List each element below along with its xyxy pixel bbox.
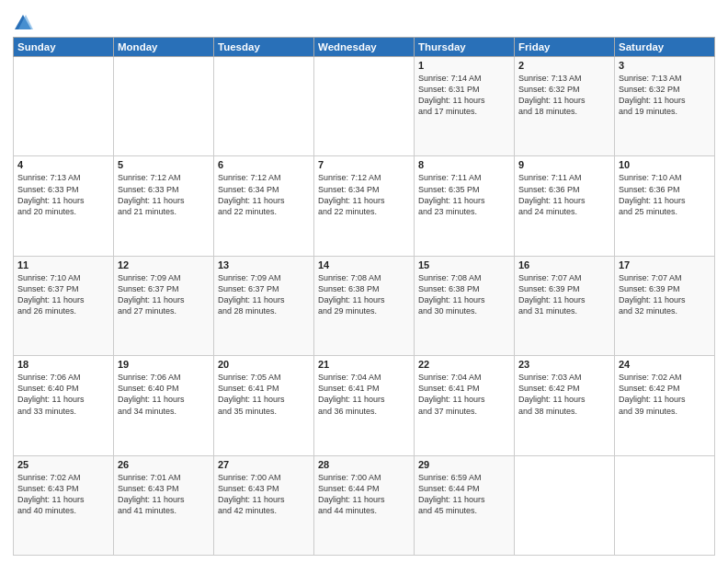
day-cell: 8Sunrise: 7:11 AM Sunset: 6:35 PM Daylig…: [415, 156, 515, 256]
day-info: Sunrise: 7:11 AM Sunset: 6:36 PM Dayligh…: [518, 172, 610, 217]
col-header-friday: Friday: [515, 38, 615, 57]
logo: [13, 13, 36, 33]
day-cell: [515, 455, 615, 555]
day-cell: [615, 455, 715, 555]
day-info: Sunrise: 7:07 AM Sunset: 6:39 PM Dayligh…: [619, 272, 711, 317]
day-number: 11: [17, 259, 109, 270]
day-cell: 25Sunrise: 7:02 AM Sunset: 6:43 PM Dayli…: [14, 455, 114, 555]
day-info: Sunrise: 7:04 AM Sunset: 6:41 PM Dayligh…: [418, 372, 510, 417]
day-info: Sunrise: 7:13 AM Sunset: 6:32 PM Dayligh…: [518, 73, 610, 118]
day-info: Sunrise: 7:00 AM Sunset: 6:44 PM Dayligh…: [318, 472, 410, 517]
day-info: Sunrise: 6:59 AM Sunset: 6:44 PM Dayligh…: [418, 472, 510, 517]
day-cell: [114, 57, 214, 156]
day-number: 12: [118, 259, 210, 270]
col-header-thursday: Thursday: [415, 38, 515, 57]
day-cell: 13Sunrise: 7:09 AM Sunset: 6:37 PM Dayli…: [214, 256, 314, 355]
col-header-monday: Monday: [114, 38, 214, 57]
day-cell: 19Sunrise: 7:06 AM Sunset: 6:40 PM Dayli…: [114, 356, 214, 455]
day-cell: 28Sunrise: 7:00 AM Sunset: 6:44 PM Dayli…: [314, 455, 415, 555]
day-info: Sunrise: 7:07 AM Sunset: 6:39 PM Dayligh…: [518, 272, 610, 317]
day-number: 15: [418, 259, 510, 270]
day-cell: 21Sunrise: 7:04 AM Sunset: 6:41 PM Dayli…: [314, 356, 415, 455]
day-info: Sunrise: 7:10 AM Sunset: 6:36 PM Dayligh…: [619, 172, 711, 217]
day-number: 24: [619, 359, 711, 370]
page: SundayMondayTuesdayWednesdayThursdayFrid…: [0, 0, 728, 563]
col-header-wednesday: Wednesday: [314, 38, 415, 57]
day-cell: 4Sunrise: 7:13 AM Sunset: 6:33 PM Daylig…: [14, 156, 114, 256]
day-info: Sunrise: 7:06 AM Sunset: 6:40 PM Dayligh…: [118, 372, 210, 417]
day-number: 28: [318, 459, 410, 470]
day-cell: 6Sunrise: 7:12 AM Sunset: 6:34 PM Daylig…: [214, 156, 314, 256]
day-cell: 15Sunrise: 7:08 AM Sunset: 6:38 PM Dayli…: [415, 256, 515, 355]
day-cell: 26Sunrise: 7:01 AM Sunset: 6:43 PM Dayli…: [114, 455, 214, 555]
day-cell: 16Sunrise: 7:07 AM Sunset: 6:39 PM Dayli…: [515, 256, 615, 355]
day-number: 9: [518, 159, 610, 170]
day-info: Sunrise: 7:05 AM Sunset: 6:41 PM Dayligh…: [218, 372, 310, 417]
col-header-tuesday: Tuesday: [214, 38, 314, 57]
day-info: Sunrise: 7:01 AM Sunset: 6:43 PM Dayligh…: [118, 472, 210, 517]
day-info: Sunrise: 7:08 AM Sunset: 6:38 PM Dayligh…: [318, 272, 410, 317]
day-number: 17: [619, 259, 711, 270]
day-number: 18: [17, 359, 109, 370]
day-number: 14: [318, 259, 410, 270]
day-cell: 2Sunrise: 7:13 AM Sunset: 6:32 PM Daylig…: [515, 57, 615, 156]
week-row-3: 18Sunrise: 7:06 AM Sunset: 6:40 PM Dayli…: [14, 356, 715, 455]
day-number: 8: [418, 159, 510, 170]
day-info: Sunrise: 7:00 AM Sunset: 6:43 PM Dayligh…: [218, 472, 310, 517]
day-cell: 7Sunrise: 7:12 AM Sunset: 6:34 PM Daylig…: [314, 156, 415, 256]
day-info: Sunrise: 7:06 AM Sunset: 6:40 PM Dayligh…: [17, 372, 109, 417]
day-info: Sunrise: 7:02 AM Sunset: 6:43 PM Dayligh…: [17, 472, 109, 517]
day-info: Sunrise: 7:04 AM Sunset: 6:41 PM Dayligh…: [318, 372, 410, 417]
day-number: 23: [518, 359, 610, 370]
col-header-sunday: Sunday: [14, 38, 114, 57]
day-number: 5: [118, 159, 210, 170]
day-cell: 29Sunrise: 6:59 AM Sunset: 6:44 PM Dayli…: [415, 455, 515, 555]
day-cell: 18Sunrise: 7:06 AM Sunset: 6:40 PM Dayli…: [14, 356, 114, 455]
day-cell: 17Sunrise: 7:07 AM Sunset: 6:39 PM Dayli…: [615, 256, 715, 355]
day-number: 25: [17, 459, 109, 470]
day-cell: 10Sunrise: 7:10 AM Sunset: 6:36 PM Dayli…: [615, 156, 715, 256]
day-number: 22: [418, 359, 510, 370]
day-number: 19: [118, 359, 210, 370]
day-info: Sunrise: 7:14 AM Sunset: 6:31 PM Dayligh…: [418, 73, 510, 118]
day-number: 10: [619, 159, 711, 170]
day-number: 26: [118, 459, 210, 470]
day-cell: 14Sunrise: 7:08 AM Sunset: 6:38 PM Dayli…: [314, 256, 415, 355]
day-cell: 23Sunrise: 7:03 AM Sunset: 6:42 PM Dayli…: [515, 356, 615, 455]
day-number: 3: [619, 60, 711, 71]
day-number: 21: [318, 359, 410, 370]
week-row-2: 11Sunrise: 7:10 AM Sunset: 6:37 PM Dayli…: [14, 256, 715, 355]
week-row-4: 25Sunrise: 7:02 AM Sunset: 6:43 PM Dayli…: [14, 455, 715, 555]
day-info: Sunrise: 7:08 AM Sunset: 6:38 PM Dayligh…: [418, 272, 510, 317]
day-info: Sunrise: 7:12 AM Sunset: 6:34 PM Dayligh…: [218, 172, 310, 217]
day-info: Sunrise: 7:12 AM Sunset: 6:33 PM Dayligh…: [118, 172, 210, 217]
day-number: 27: [218, 459, 310, 470]
day-cell: 3Sunrise: 7:13 AM Sunset: 6:32 PM Daylig…: [615, 57, 715, 156]
day-cell: [214, 57, 314, 156]
day-number: 1: [418, 60, 510, 71]
calendar: SundayMondayTuesdayWednesdayThursdayFrid…: [13, 37, 715, 556]
day-info: Sunrise: 7:13 AM Sunset: 6:32 PM Dayligh…: [619, 73, 711, 118]
day-number: 4: [17, 159, 109, 170]
header-row: SundayMondayTuesdayWednesdayThursdayFrid…: [14, 38, 715, 57]
day-cell: 9Sunrise: 7:11 AM Sunset: 6:36 PM Daylig…: [515, 156, 615, 256]
day-cell: [14, 57, 114, 156]
day-cell: 5Sunrise: 7:12 AM Sunset: 6:33 PM Daylig…: [114, 156, 214, 256]
day-info: Sunrise: 7:09 AM Sunset: 6:37 PM Dayligh…: [218, 272, 310, 317]
day-number: 6: [218, 159, 310, 170]
day-info: Sunrise: 7:10 AM Sunset: 6:37 PM Dayligh…: [17, 272, 109, 317]
day-info: Sunrise: 7:09 AM Sunset: 6:37 PM Dayligh…: [118, 272, 210, 317]
day-cell: 20Sunrise: 7:05 AM Sunset: 6:41 PM Dayli…: [214, 356, 314, 455]
header: [13, 9, 715, 33]
col-header-saturday: Saturday: [615, 38, 715, 57]
day-cell: 27Sunrise: 7:00 AM Sunset: 6:43 PM Dayli…: [214, 455, 314, 555]
day-cell: 1Sunrise: 7:14 AM Sunset: 6:31 PM Daylig…: [415, 57, 515, 156]
day-cell: 24Sunrise: 7:02 AM Sunset: 6:42 PM Dayli…: [615, 356, 715, 455]
day-cell: [314, 57, 415, 156]
day-number: 2: [518, 60, 610, 71]
week-row-1: 4Sunrise: 7:13 AM Sunset: 6:33 PM Daylig…: [14, 156, 715, 256]
day-number: 7: [318, 159, 410, 170]
day-cell: 22Sunrise: 7:04 AM Sunset: 6:41 PM Dayli…: [415, 356, 515, 455]
day-cell: 11Sunrise: 7:10 AM Sunset: 6:37 PM Dayli…: [14, 256, 114, 355]
day-number: 29: [418, 459, 510, 470]
